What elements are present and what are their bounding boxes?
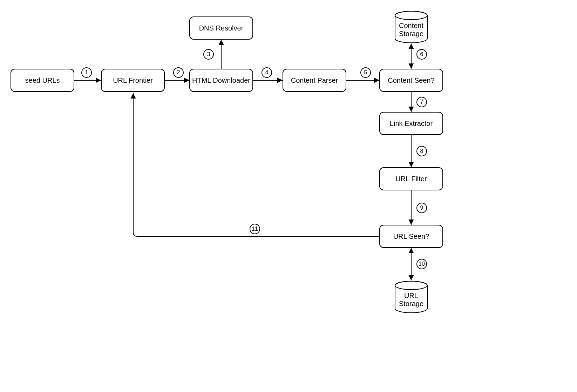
node-dns-resolver: DNS Resolver (189, 16, 253, 40)
edge-badge-3: 3 (203, 49, 214, 60)
edge-badge-10: 10 (416, 259, 427, 269)
edge-badge-7: 7 (416, 97, 427, 107)
node-label: URL Frontier (113, 76, 153, 85)
node-link-extractor: Link Extractor (379, 112, 443, 135)
edge-num: 6 (420, 51, 423, 58)
edge-badge-1: 1 (81, 67, 92, 78)
store-label-line1: URL (404, 292, 418, 299)
edge-num: 8 (420, 148, 423, 154)
edge-11 (133, 93, 379, 236)
node-content-seen: Content Seen? (379, 69, 443, 92)
node-label: URL Seen? (393, 232, 429, 241)
edge-badge-9: 9 (416, 203, 427, 213)
node-html-downloader: HTML Downloader (189, 69, 253, 92)
edge-badge-4: 4 (262, 67, 272, 78)
node-seed-urls: seed URLs (11, 69, 74, 92)
diagram-canvas: seed URLs URL Frontier HTML Downloader D… (0, 0, 577, 392)
edge-badge-5: 5 (360, 67, 371, 78)
edge-num: 2 (177, 69, 180, 76)
edge-badge-8: 8 (416, 146, 427, 156)
node-label: HTML Downloader (192, 76, 250, 85)
node-label: URL Filter (395, 175, 427, 183)
edge-badge-11: 11 (250, 224, 260, 234)
store-content-storage: Content Storage (394, 11, 428, 43)
edge-num: 3 (207, 51, 210, 58)
node-content-parser: Content Parser (283, 69, 346, 92)
edge-num: 5 (364, 69, 367, 76)
node-label: Content Parser (291, 76, 338, 85)
edge-num: 1 (85, 69, 88, 76)
node-label: Content Seen? (388, 76, 434, 85)
node-url-filter: URL Filter (379, 167, 443, 190)
node-label: DNS Resolver (199, 24, 244, 32)
store-label-line1: Content (399, 22, 423, 29)
node-label: seed URLs (25, 76, 60, 85)
edge-num: 11 (252, 226, 258, 232)
edge-num: 4 (265, 69, 269, 76)
edge-badge-2: 2 (173, 67, 184, 78)
edge-num: 10 (419, 261, 425, 267)
edges-layer (0, 0, 577, 392)
node-url-seen: URL Seen? (379, 225, 443, 248)
node-label: Link Extractor (390, 120, 433, 128)
edge-badge-6: 6 (416, 49, 427, 60)
store-url-storage: URL Storage (394, 281, 428, 313)
store-label-line2: Storage (399, 300, 423, 307)
edge-num: 9 (420, 205, 423, 211)
edge-num: 7 (420, 99, 423, 105)
store-label-line2: Storage (399, 30, 423, 38)
node-url-frontier: URL Frontier (101, 69, 165, 92)
